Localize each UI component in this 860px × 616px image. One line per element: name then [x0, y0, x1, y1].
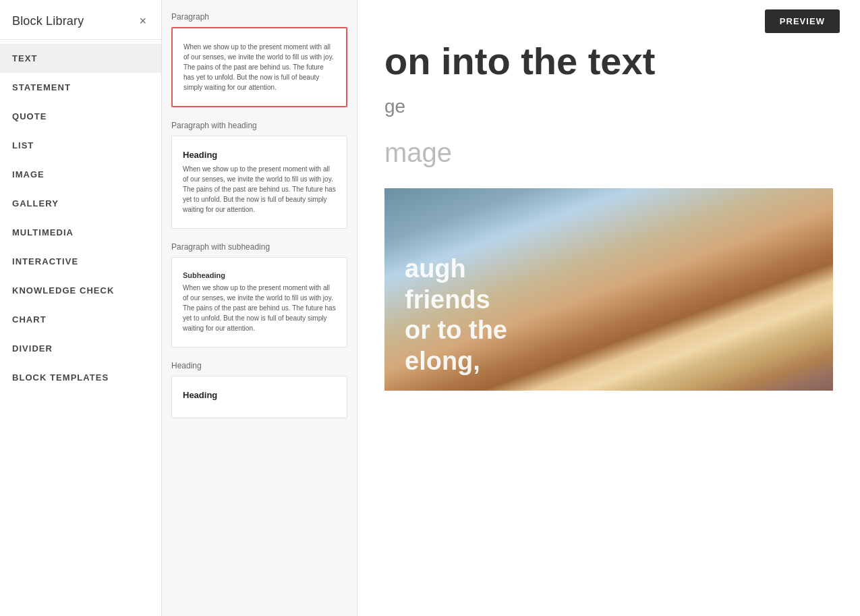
block-card-paragraph_with_subheading[interactable]: SubheadingWhen we show up to the present…	[171, 257, 347, 347]
main-content: PREVIEW on into the text ge mage aughfri…	[357, 0, 860, 616]
sidebar: Block Library × TEXTSTATEMENTQUOTELISTIM…	[0, 0, 162, 616]
block-card-paragraph_with_heading[interactable]: HeadingWhen we show up to the present mo…	[171, 136, 347, 229]
sidebar-item-image[interactable]: IMAGE	[0, 160, 161, 189]
block-panel: ParagraphWhen we show up to the present …	[162, 0, 357, 616]
sidebar-item-multimedia[interactable]: MULTIMEDIA	[0, 218, 161, 247]
main-section-1: ge	[384, 96, 833, 117]
preview-button[interactable]: PREVIEW	[765, 9, 840, 33]
main-text-line-1: on into the text	[384, 40, 833, 82]
block-heading-paragraph_with_heading: Heading	[183, 150, 336, 160]
sidebar-item-list[interactable]: LIST	[0, 131, 161, 160]
sidebar-item-chart[interactable]: CHART	[0, 305, 161, 334]
sidebar-item-gallery[interactable]: GALLERY	[0, 189, 161, 218]
block-text-paragraph: When we show up to the present moment wi…	[183, 42, 335, 92]
block-label-paragraph_with_subheading: Paragraph with subheading	[171, 242, 347, 252]
close-button[interactable]: ×	[136, 13, 149, 28]
sidebar-item-block_templates[interactable]: BLOCK TEMPLATES	[0, 363, 161, 392]
main-text-line-2: ge	[384, 96, 833, 117]
block-card-paragraph[interactable]: When we show up to the present moment wi…	[171, 27, 347, 107]
overlay-bg: aughfriendsor to theelong,	[384, 188, 833, 391]
sidebar-nav: TEXTSTATEMENTQUOTELISTIMAGEGALLERYMULTIM…	[0, 40, 161, 616]
sidebar-item-text[interactable]: TEXT	[0, 44, 161, 73]
main-text-line-3: mage	[384, 138, 833, 168]
block-text-paragraph_with_heading: When we show up to the present moment wi…	[183, 164, 336, 215]
block-heading-heading: Heading	[183, 390, 336, 400]
block-subheading-paragraph_with_subheading: Subheading	[183, 271, 336, 279]
main-header: PREVIEW	[765, 9, 840, 33]
overlay-text: aughfriendsor to theelong,	[405, 254, 507, 376]
sidebar-title: Block Library	[12, 14, 84, 28]
block-label-paragraph_with_heading: Paragraph with heading	[171, 121, 347, 130]
sidebar-item-knowledge_check[interactable]: KNOWLEDGE CHECK	[0, 276, 161, 305]
overlay-section: aughfriendsor to theelong,	[384, 188, 833, 391]
block-panel-scroll[interactable]: ParagraphWhen we show up to the present …	[162, 0, 357, 616]
block-text-paragraph_with_subheading: When we show up to the present moment wi…	[183, 283, 336, 333]
block-card-heading[interactable]: Heading	[171, 376, 347, 418]
main-section-2: mage	[384, 138, 833, 168]
sidebar-item-divider[interactable]: DIVIDER	[0, 334, 161, 363]
sidebar-item-statement[interactable]: STATEMENT	[0, 73, 161, 102]
sidebar-header: Block Library ×	[0, 0, 161, 40]
sidebar-item-quote[interactable]: QUOTE	[0, 102, 161, 131]
block-label-paragraph: Paragraph	[171, 12, 347, 22]
sidebar-item-interactive[interactable]: INTERACTIVE	[0, 247, 161, 276]
block-label-heading: Heading	[171, 361, 347, 370]
main-body: on into the text ge mage aughfriendsor t…	[357, 0, 860, 616]
